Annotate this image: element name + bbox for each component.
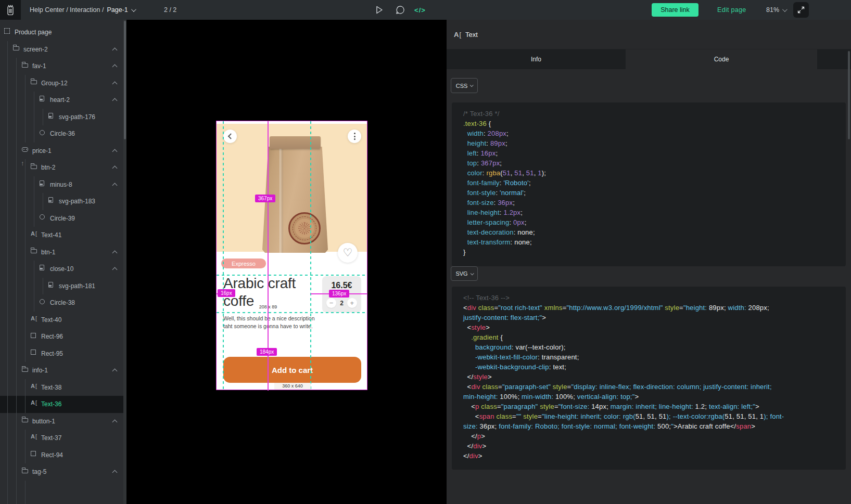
code-panel-toggle[interactable]: </> (412, 0, 428, 20)
comment-button[interactable] (392, 0, 408, 20)
favorite-button[interactable]: ♡ (338, 243, 358, 263)
panel-scrollbar-thumb[interactable] (848, 51, 850, 139)
circle-icon (40, 130, 45, 135)
chevron-up-icon[interactable] (112, 369, 118, 374)
tree-item-minus-8[interactable]: minus-8 (0, 176, 123, 193)
tree-guide-line (25, 312, 26, 329)
panel-title: Text (465, 31, 478, 38)
kebab-menu-button[interactable] (348, 130, 361, 143)
tree-item-svg-path-183[interactable]: svg-path-183 (0, 193, 123, 210)
mockup-frame[interactable]: ♡ Expresso Arabic craft coffe 208 x 89 W… (216, 121, 367, 390)
tree-item-circle-39[interactable]: Circle-39 (0, 210, 123, 227)
tree-guide-line (16, 447, 17, 464)
css-language-dropdown[interactable]: CSS (451, 78, 478, 93)
tree-item-tag-5[interactable]: tag-5 (0, 463, 123, 481)
folder-icon (31, 249, 37, 253)
tree-guide-line (16, 143, 17, 160)
share-link-button[interactable]: Share link (652, 3, 698, 17)
plus-button[interactable]: + (347, 298, 357, 308)
tree-item-circle-36[interactable]: Circle-36 (0, 125, 123, 143)
tree-guide-line (25, 447, 26, 464)
tree-item-heart-2[interactable]: heart-2 (0, 92, 123, 109)
tree-item-text-40[interactable]: AText-40 (0, 312, 123, 329)
tree-item-svg-path-181[interactable]: svg-path-181 (0, 278, 123, 295)
tree-guide-line (7, 210, 8, 227)
chevron-up-icon[interactable] (112, 267, 118, 273)
chevron-up-icon[interactable] (112, 183, 118, 188)
tree-item-text-38[interactable]: AText-38 (0, 379, 123, 396)
chevron-up-icon[interactable] (112, 470, 118, 475)
tree-tail (0, 481, 123, 504)
chevron-up-icon[interactable] (112, 250, 118, 255)
tree-item-button-1[interactable]: button-1 (0, 413, 123, 430)
chevron-up-icon[interactable] (112, 64, 118, 70)
tree-item-circle-38[interactable]: Circle-38 (0, 294, 123, 312)
app-logo[interactable] (0, 0, 21, 20)
tree-item-close-10[interactable]: close-10 (0, 261, 123, 278)
sidebar-scrollbar[interactable] (123, 20, 126, 504)
tree-item-price-1[interactable]: price-1 (0, 143, 123, 160)
tree-item-info-1[interactable]: info-1 (0, 362, 123, 379)
tree-item-fav-1[interactable]: fav-1 (0, 58, 123, 75)
chevron-down-icon (782, 7, 788, 12)
chevron-up-icon[interactable] (112, 98, 118, 104)
scrollbar-thumb[interactable] (124, 21, 126, 139)
chevron-up-icon[interactable] (112, 149, 118, 154)
play-button[interactable] (372, 0, 387, 20)
zoom-level-control[interactable]: 81% (766, 0, 786, 20)
tree-guide-line (7, 413, 8, 430)
tree-item-svg-path-176[interactable]: svg-path-176 (0, 109, 123, 126)
code-line: </style> (463, 372, 834, 382)
code-line: .gradient { (463, 332, 834, 342)
frame-icon (4, 28, 10, 34)
tree-item-text-36[interactable]: AText-36 (0, 396, 123, 413)
chevron-up-icon[interactable] (112, 47, 118, 53)
tab-info[interactable]: Info (447, 49, 626, 69)
code-line: text-decoration: none; (463, 227, 834, 237)
tree-guide-line (7, 109, 8, 126)
tree-guide-line (16, 193, 17, 210)
code-line: font-size: 36px; (463, 198, 834, 208)
tree-guide-line (25, 193, 26, 210)
breadcrumb[interactable]: Help Center / Interaction / Page-1 (30, 0, 135, 20)
minus-button[interactable]: − (326, 298, 336, 308)
tree-item-screen-2[interactable]: screen-2 (0, 41, 123, 58)
chevron-up-icon[interactable] (112, 81, 118, 86)
tree-item-label: minus-8 (50, 181, 72, 188)
text-icon: A (31, 434, 37, 440)
tree-item-label: close-10 (50, 265, 73, 273)
tree-item-rect-94[interactable]: Rect-94 (0, 447, 123, 464)
selection-size-label: 208 x 89 (247, 304, 289, 309)
tree-item-btn-2[interactable]: btn-2 (0, 159, 123, 176)
edit-page-link[interactable]: Edit page (717, 0, 746, 20)
css-code-block[interactable]: /* Text-36 */.text-36 { width: 208px; he… (452, 102, 846, 266)
design-canvas[interactable]: ♡ Expresso Arabic craft coffe 208 x 89 W… (126, 20, 447, 504)
tree-item-rect-96[interactable]: Rect-96 (0, 328, 123, 345)
add-to-cart-button[interactable]: Add to cart (223, 357, 361, 383)
tab-code[interactable]: Code (626, 49, 817, 69)
tree-item-product page[interactable]: Product page (0, 24, 123, 41)
chevron-up-icon[interactable] (112, 166, 118, 171)
product-description: Well, this should be a nice description … (223, 315, 317, 330)
code-line: <p class="paragraph" style="font-size: 1… (463, 402, 834, 411)
fullscreen-button[interactable] (793, 2, 809, 18)
tree-item-group-12[interactable]: Group-12 (0, 75, 123, 92)
chevron-up-icon[interactable] (112, 419, 118, 424)
tree-guide-line (7, 58, 8, 75)
circle-icon (40, 299, 45, 304)
frame-size-label: 360 x 640 (274, 383, 311, 390)
tree-guide-line (7, 430, 8, 447)
back-button[interactable] (223, 130, 237, 143)
tree-item-rect-95[interactable]: Rect-95 (0, 345, 123, 363)
tree-item-text-37[interactable]: AText-37 (0, 430, 123, 447)
tree-guide-line (16, 125, 17, 143)
tree-guide-line (16, 463, 17, 481)
breadcrumb-current: Page-1 (107, 6, 128, 14)
tree-guide-line (34, 109, 34, 126)
tree-guide-line (25, 278, 26, 295)
tree-item-btn-1[interactable]: btn-1 (0, 244, 123, 261)
tree-item-text-41[interactable]: AText-41 (0, 227, 123, 244)
svg-language-dropdown[interactable]: SVG (451, 266, 478, 281)
svg-code-block[interactable]: <!-- Text-36 --><div class="root rich-te… (452, 287, 846, 470)
tree-guide-line (7, 463, 8, 481)
